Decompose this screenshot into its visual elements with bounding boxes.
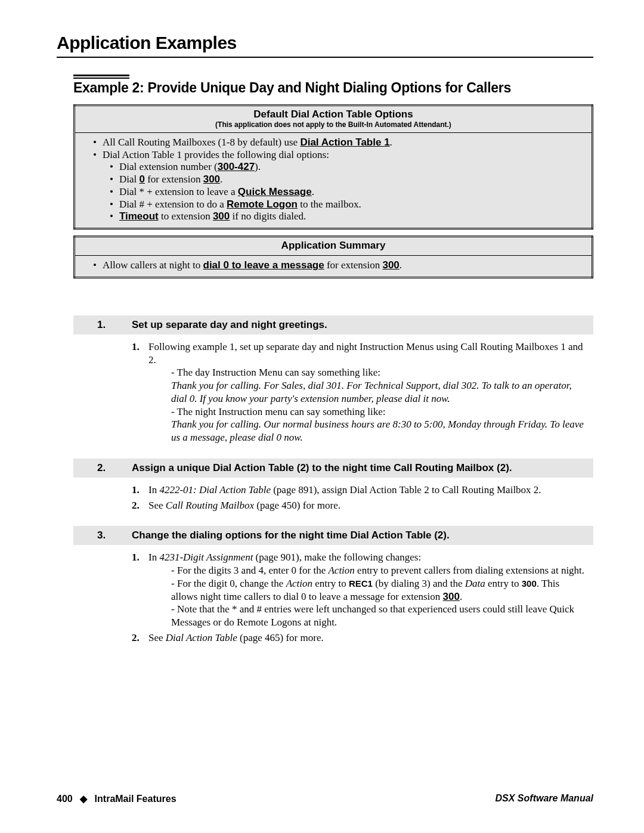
box1-sub5: Timeout to extension 300 if no digits di… xyxy=(110,210,583,223)
box1-subheader: (This application does not apply to the … xyxy=(79,120,588,129)
step3-title: Change the dialing options for the night… xyxy=(132,529,450,541)
footer-left: 400 ◆ IntraMail Features xyxy=(57,793,177,804)
step3-header: 3. Change the dialing options for the ni… xyxy=(73,526,593,545)
box2-body: Allow callers at night to dial 0 to leav… xyxy=(75,256,593,278)
step1-title: Set up separate day and night greetings. xyxy=(132,319,327,331)
step3-body: 1. In 4231-Digit Assignment (page 901), … xyxy=(73,545,593,644)
step3-dash1: For the digits 3 and 4, enter 0 for the … xyxy=(171,564,587,577)
diamond-icon: ◆ xyxy=(80,794,87,804)
example-title: Example 2: Provide Unique Day and Night … xyxy=(73,80,593,96)
step1-num: 1. xyxy=(97,319,132,331)
step3-item2: 2. See Dial Action Table (page 465) for … xyxy=(132,631,587,645)
footer: 400 ◆ IntraMail Features DSX Software Ma… xyxy=(57,793,593,804)
step3-dash3: Note that the * and # entries were left … xyxy=(171,603,587,629)
box1-line1: All Call Routing Mailboxes (1-8 by defau… xyxy=(93,137,583,149)
step1-body: 1. Following example 1, set up separate … xyxy=(73,335,593,444)
box1-sub4: Dial # + extension to do a Remote Logon … xyxy=(110,199,583,211)
step2-num: 2. xyxy=(97,462,132,474)
step1-dash2: The night Instruction menu can say somet… xyxy=(171,405,587,444)
box1-header-text: Default Dial Action Table Options xyxy=(253,109,413,120)
footer-section: IntraMail Features xyxy=(95,794,177,804)
box1-header: Default Dial Action Table Options (This … xyxy=(75,106,593,133)
step1-item1: 1. Following example 1, set up separate … xyxy=(132,340,587,444)
section-bar xyxy=(73,75,129,79)
step2-body: 1. In 4222-01: Dial Action Table (page 8… xyxy=(73,478,593,512)
footer-manual-title: DSX Software Manual xyxy=(496,793,593,804)
application-summary-box: Application Summary Allow callers at nig… xyxy=(73,236,593,278)
page-number: 400 xyxy=(57,794,73,804)
page-title: Application Examples xyxy=(57,33,593,57)
box2-line1: Allow callers at night to dial 0 to leav… xyxy=(93,259,583,272)
step2-header: 2. Assign a unique Dial Action Table (2)… xyxy=(73,459,593,478)
box1-body: All Call Routing Mailboxes (1-8 by defau… xyxy=(75,133,593,229)
step2-item1: 1. In 4222-01: Dial Action Table (page 8… xyxy=(132,484,587,497)
box1-sub2: Dial 0 for extension 300. xyxy=(110,174,583,186)
box1-sub3: Dial * + extension to leave a Quick Mess… xyxy=(110,186,583,199)
step2-item2: 2. See Call Routing Mailbox (page 450) f… xyxy=(132,499,587,512)
step1-dash1: The day Instruction Menu can say somethi… xyxy=(171,366,587,405)
box2-header: Application Summary xyxy=(75,237,593,256)
default-options-box: Default Dial Action Table Options (This … xyxy=(73,104,593,230)
step3-dash2: For the digit 0, change the Action entry… xyxy=(171,577,587,603)
step2-title: Assign a unique Dial Action Table (2) to… xyxy=(132,462,512,474)
step1-header: 1. Set up separate day and night greetin… xyxy=(73,315,593,335)
box1-line2: Dial Action Table 1 provides the followi… xyxy=(93,149,583,223)
step3-num: 3. xyxy=(97,529,132,541)
section: Example 2: Provide Unique Day and Night … xyxy=(57,75,593,645)
step3-item1: 1. In 4231-Digit Assignment (page 901), … xyxy=(132,551,587,629)
title-rule xyxy=(57,57,593,58)
box1-sub1: Dial extension number (300-427). xyxy=(110,161,583,174)
